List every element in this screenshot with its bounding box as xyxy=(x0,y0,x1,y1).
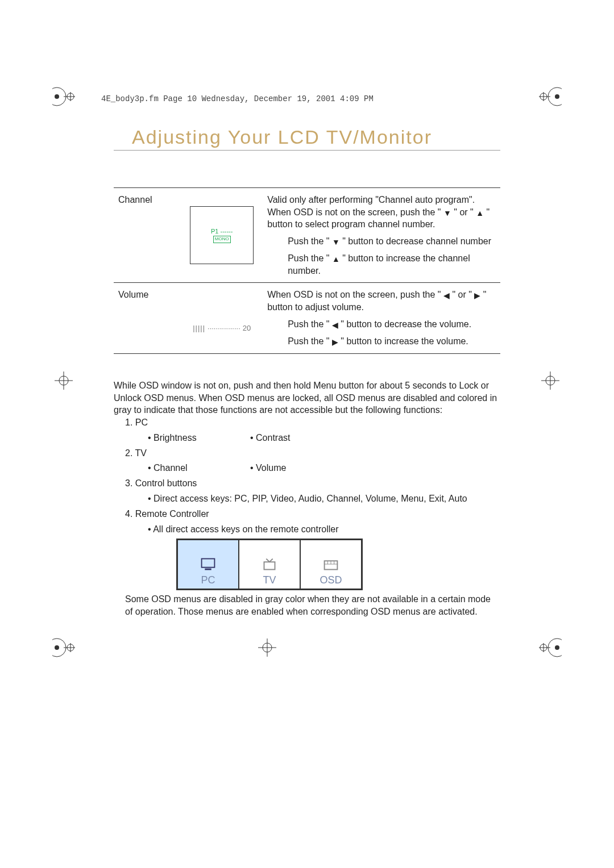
illus-channel-mono: MONO xyxy=(213,236,231,243)
controls-table: Channel P1 ------ MONO Valid only after … xyxy=(114,187,500,354)
row-illus-volume: |||||················ 20 xyxy=(181,283,263,353)
left-triangle-icon: ◀ xyxy=(332,320,338,331)
right-triangle-icon: ▶ xyxy=(332,337,338,348)
reg-mark-tl xyxy=(52,85,75,108)
left-triangle-icon: ◀ xyxy=(443,290,450,301)
trio-note: Some OSD menus are disabled in gray colo… xyxy=(125,593,500,617)
svg-point-22 xyxy=(555,645,559,650)
reg-mark-bl xyxy=(52,636,75,659)
svg-point-17 xyxy=(55,645,59,650)
reg-mark-ml xyxy=(52,369,75,392)
locked-menu-trio: PC TV OSD xyxy=(176,539,363,590)
list-item: 3. Control buttons xyxy=(125,477,500,491)
table-row: Channel P1 ------ MONO Valid only after … xyxy=(114,188,500,283)
row-illus-channel: P1 ------ MONO xyxy=(181,188,263,283)
illus-vol-num: 20 xyxy=(243,323,251,333)
menu-cell-tv: TV xyxy=(239,540,300,590)
reg-mark-mr xyxy=(539,369,562,392)
menu-label-tv: TV xyxy=(263,574,276,586)
reg-mark-bc xyxy=(256,636,279,659)
menu-cell-osd: OSD xyxy=(300,540,362,590)
list-item: 2. TV xyxy=(125,446,500,461)
table-row: Volume |||||················ 20 When OSD… xyxy=(114,283,500,353)
illus-vol-bars: ||||| xyxy=(193,323,205,333)
up-triangle-icon: ▲ xyxy=(476,208,484,219)
list-item: 4. Remote Controller xyxy=(125,507,500,521)
down-triangle-icon: ▼ xyxy=(332,237,340,248)
reg-mark-tr xyxy=(539,85,562,108)
illus-channel-text: P1 ------ xyxy=(211,228,233,235)
page-title: Adjusting Your LCD TV/Monitor xyxy=(132,126,432,148)
right-triangle-icon: ▶ xyxy=(474,290,480,301)
menu-cell-pc: PC xyxy=(177,540,239,590)
menu-label-pc: PC xyxy=(201,574,215,586)
osd-lock-paragraph: While OSD window is not on, push and the… xyxy=(114,379,500,416)
osd-icon xyxy=(320,556,342,573)
list-sub: • All direct access keys on the remote c… xyxy=(125,523,500,537)
list-item: 1. PC xyxy=(125,416,500,430)
reg-mark-br xyxy=(539,636,562,659)
svg-rect-30 xyxy=(205,569,211,570)
osd-lock-list: 1. PC • Brightness• Contrast 2. TV • Cha… xyxy=(125,416,500,537)
row-desc-volume: When OSD is not on the screen, push the … xyxy=(263,283,500,353)
page-header-line: 4E_body3p.fm Page 10 Wednesday, December… xyxy=(101,94,374,103)
svg-point-1 xyxy=(55,94,59,99)
menu-label-osd: OSD xyxy=(320,574,342,586)
list-sub: • Direct access keys: PC, PIP, Video, Au… xyxy=(125,492,500,506)
down-triangle-icon: ▼ xyxy=(443,208,451,219)
up-triangle-icon: ▲ xyxy=(332,254,340,265)
list-sub: • Channel• Volume xyxy=(125,461,500,475)
row-label-channel: Channel xyxy=(114,188,181,283)
tv-icon xyxy=(259,556,280,573)
svg-rect-31 xyxy=(264,562,275,569)
list-sub: • Brightness• Contrast xyxy=(125,431,500,445)
row-label-volume: Volume xyxy=(114,283,181,353)
title-rule xyxy=(114,150,500,151)
row-desc-channel: Valid only after performing "Channel aut… xyxy=(263,188,500,283)
svg-point-6 xyxy=(555,94,559,99)
illus-vol-dots: ················ xyxy=(208,323,240,333)
pc-icon xyxy=(197,556,219,573)
svg-rect-29 xyxy=(202,559,215,567)
